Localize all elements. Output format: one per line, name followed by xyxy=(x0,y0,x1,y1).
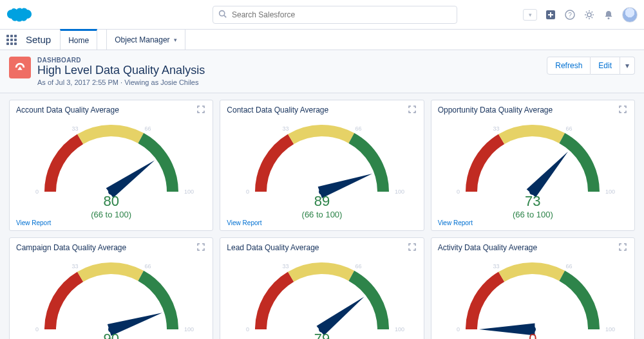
svg-text:66: 66 xyxy=(566,263,573,270)
svg-text:66: 66 xyxy=(566,125,573,132)
gauge-chart: 03366100 xyxy=(16,252,206,339)
gauge-reading: 80 (66 to 100) xyxy=(16,193,206,219)
more-actions-button[interactable]: ▾ xyxy=(620,57,635,75)
app-switcher-icon[interactable]: ▾ xyxy=(523,9,537,21)
gauge-chart: 03366100 xyxy=(438,252,628,339)
gauge-value: 90 xyxy=(16,331,206,339)
app-launcher-icon[interactable] xyxy=(6,35,17,45)
gauge-reading: 73 (66 to 100) xyxy=(438,193,628,219)
gauge-value: 89 xyxy=(227,193,417,210)
view-report-link[interactable]: View Report xyxy=(16,219,206,226)
tab-label: Object Manager xyxy=(115,35,169,44)
card-header: Lead Data Quality Average xyxy=(227,243,417,252)
gauge-card: Contact Data Quality Average 03366100 89… xyxy=(220,100,424,231)
search-input[interactable] xyxy=(231,10,451,20)
svg-text:66: 66 xyxy=(355,263,361,270)
tab-object-manager[interactable]: Object Manager ▾ xyxy=(106,30,185,50)
card-header: Account Data Quality Average xyxy=(16,105,206,115)
card-title: Account Data Quality Average xyxy=(16,105,119,115)
tab-home[interactable]: Home xyxy=(60,29,97,50)
help-icon[interactable]: ? xyxy=(564,9,576,21)
gauge-reading: 79 (66 to 100) xyxy=(227,331,417,339)
card-header: Contact Data Quality Average xyxy=(227,105,417,115)
gauge-chart: 03366100 xyxy=(227,115,417,205)
card-title: Opportunity Data Quality Average xyxy=(438,105,553,115)
card-title: Campaign Data Quality Average xyxy=(16,243,126,252)
gauge-value: 73 xyxy=(438,193,628,210)
svg-text:33: 33 xyxy=(493,125,500,132)
gauge-chart: 03366100 xyxy=(227,252,417,339)
gauge-card: Account Data Quality Average 03366100 80… xyxy=(9,100,213,231)
gauge-value: 79 xyxy=(227,331,417,339)
salesforce-logo-icon xyxy=(6,6,32,23)
search-icon xyxy=(218,10,227,20)
gauge-reading: 89 (66 to 100) xyxy=(227,193,417,219)
gauge-reading: 90 (66 to 100) xyxy=(16,331,206,339)
gauge-card: Activity Data Quality Average 03366100 0… xyxy=(431,237,635,339)
page-meta: As of Jul 3, 2017 2:55 PM · Viewing as J… xyxy=(37,78,205,86)
expand-icon[interactable] xyxy=(408,243,417,252)
page-header: DASHBOARD High Level Data Quality Analys… xyxy=(0,50,644,93)
header-actions: ▾ ? xyxy=(523,7,638,23)
svg-text:66: 66 xyxy=(355,125,361,132)
card-title: Lead Data Quality Average xyxy=(227,243,319,252)
svg-text:33: 33 xyxy=(71,263,78,270)
page-header-text: DASHBOARD High Level Data Quality Analys… xyxy=(37,57,205,86)
record-type-label: DASHBOARD xyxy=(37,57,205,64)
svg-point-6 xyxy=(608,17,610,19)
refresh-button[interactable]: Refresh xyxy=(547,57,591,75)
gauge-chart: 03366100 xyxy=(438,115,628,205)
expand-icon[interactable] xyxy=(619,243,628,252)
expand-icon[interactable] xyxy=(197,243,206,252)
global-search[interactable] xyxy=(213,6,457,24)
card-header: Activity Data Quality Average xyxy=(438,243,628,252)
gauge-range: (66 to 100) xyxy=(227,210,417,219)
view-report-link[interactable]: View Report xyxy=(227,219,417,226)
app-nav: Setup Home Object Manager ▾ xyxy=(0,30,644,50)
svg-text:33: 33 xyxy=(71,125,78,132)
gauge-value: 0 xyxy=(438,331,628,339)
gauge-value: 80 xyxy=(16,193,206,210)
add-icon[interactable] xyxy=(545,9,556,21)
svg-point-0 xyxy=(220,10,225,15)
notification-bell-icon[interactable] xyxy=(603,9,614,21)
expand-icon[interactable] xyxy=(619,105,628,115)
gauge-range: (66 to 100) xyxy=(16,210,206,219)
svg-text:33: 33 xyxy=(493,263,500,270)
page-title: High Level Data Quality Analysis xyxy=(37,64,205,77)
card-title: Contact Data Quality Average xyxy=(227,105,328,115)
user-avatar[interactable] xyxy=(622,7,638,23)
app-name: Setup xyxy=(26,34,51,45)
gauge-reading: 0 (0 to 33) xyxy=(438,331,628,339)
gauge-card: Lead Data Quality Average 03366100 79 (6… xyxy=(220,237,424,339)
expand-icon[interactable] xyxy=(408,105,417,115)
chevron-down-icon: ▾ xyxy=(174,37,177,43)
gauge-card: Campaign Data Quality Average 03366100 9… xyxy=(9,237,213,339)
view-report-link[interactable]: View Report xyxy=(438,219,628,226)
svg-text:33: 33 xyxy=(282,125,289,132)
gauge-chart: 03366100 xyxy=(16,115,206,205)
card-header: Opportunity Data Quality Average xyxy=(438,105,628,115)
global-header: ▾ ? xyxy=(0,0,644,30)
gear-icon[interactable] xyxy=(583,9,595,21)
svg-text:66: 66 xyxy=(144,263,151,270)
gauge-range: (66 to 100) xyxy=(438,210,628,219)
dashboard-icon xyxy=(9,57,31,78)
svg-line-1 xyxy=(224,15,226,17)
card-title: Activity Data Quality Average xyxy=(438,243,538,252)
gauge-card: Opportunity Data Quality Average 0336610… xyxy=(431,100,635,231)
svg-point-5 xyxy=(587,13,591,17)
dashboard-grid: Account Data Quality Average 03366100 80… xyxy=(0,93,644,339)
svg-text:?: ? xyxy=(568,12,572,19)
svg-text:33: 33 xyxy=(282,263,289,270)
expand-icon[interactable] xyxy=(197,105,206,115)
tab-label: Home xyxy=(68,36,89,45)
page-actions: Refresh Edit ▾ xyxy=(547,57,635,75)
edit-button[interactable]: Edit xyxy=(591,57,620,75)
svg-text:66: 66 xyxy=(144,125,151,132)
card-header: Campaign Data Quality Average xyxy=(16,243,206,252)
